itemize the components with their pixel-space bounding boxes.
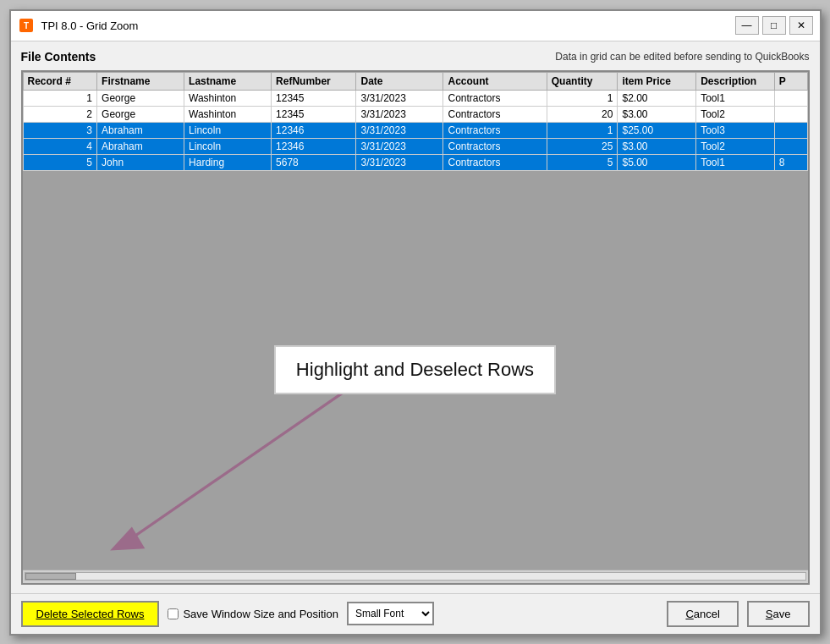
- cell-extra[interactable]: [774, 90, 807, 106]
- delete-selected-rows-button[interactable]: Delete Selected Rows: [21, 601, 160, 627]
- file-contents-label: File Contents: [21, 50, 96, 63]
- cell-refnumber[interactable]: 5678: [272, 154, 356, 170]
- cancel-button[interactable]: Cancel: [667, 601, 738, 627]
- cell-firstname[interactable]: Abraham: [97, 138, 184, 154]
- cell-itemprice[interactable]: $25.00: [618, 122, 696, 138]
- cell-account[interactable]: Contractors: [443, 154, 547, 170]
- cell-record[interactable]: 1: [23, 90, 97, 106]
- main-window: T TPI 8.0 - Grid Zoom — □ ✕ File Content…: [9, 9, 822, 636]
- title-bar: T TPI 8.0 - Grid Zoom — □ ✕: [11, 11, 820, 41]
- app-icon: T: [18, 17, 35, 34]
- table-row[interactable]: 5JohnHarding56783/31/2023Contractors5$5.…: [23, 154, 807, 170]
- cell-date[interactable]: 3/31/2023: [356, 90, 443, 106]
- table-header: Record # Firstname Lastname RefNumber Da…: [23, 72, 807, 90]
- window-body: File Contents Data in grid can be edited…: [11, 41, 820, 593]
- cell-quantity[interactable]: 25: [547, 138, 618, 154]
- cell-description[interactable]: Tool1: [696, 154, 775, 170]
- scrollbar-thumb[interactable]: [25, 573, 76, 580]
- cell-account[interactable]: Contractors: [443, 90, 547, 106]
- col-header-record: Record #: [23, 72, 97, 90]
- header-row: File Contents Data in grid can be edited…: [21, 50, 810, 63]
- cell-description[interactable]: Tool2: [696, 106, 775, 122]
- window-controls: — □ ✕: [735, 16, 813, 35]
- cell-itemprice[interactable]: $3.00: [618, 106, 696, 122]
- cell-account[interactable]: Contractors: [443, 106, 547, 122]
- cell-extra[interactable]: 8: [774, 154, 807, 170]
- cell-record[interactable]: 5: [23, 154, 97, 170]
- cell-description[interactable]: Tool3: [696, 122, 775, 138]
- cell-firstname[interactable]: Abraham: [97, 122, 184, 138]
- cell-account[interactable]: Contractors: [443, 122, 547, 138]
- cell-lastname[interactable]: Lincoln: [184, 122, 272, 138]
- cell-refnumber[interactable]: 12346: [272, 138, 356, 154]
- col-header-itemprice: item Price: [618, 72, 696, 90]
- col-header-description: Description: [696, 72, 775, 90]
- table-row[interactable]: 1GeorgeWashinton123453/31/2023Contractor…: [23, 90, 807, 106]
- save-label: ave: [773, 608, 791, 620]
- cell-itemprice[interactable]: $2.00: [618, 90, 696, 106]
- cancel-label: ancel: [694, 608, 720, 620]
- cell-lastname[interactable]: Harding: [184, 154, 272, 170]
- grid-container: Record # Firstname Lastname RefNumber Da…: [21, 70, 810, 585]
- cell-itemprice[interactable]: $3.00: [618, 138, 696, 154]
- window-title: TPI 8.0 - Grid Zoom: [41, 19, 735, 32]
- annotation-area: Highlight and Deselect Rows: [23, 171, 808, 570]
- cell-record[interactable]: 3: [23, 122, 97, 138]
- col-header-extra: P: [774, 72, 807, 90]
- table-row[interactable]: 2GeorgeWashinton123453/31/2023Contractor…: [23, 106, 807, 122]
- cell-lastname[interactable]: Lincoln: [184, 138, 272, 154]
- annotation-box: Highlight and Deselect Rows: [274, 345, 556, 394]
- scrollbar-track[interactable]: [25, 572, 806, 581]
- cell-firstname[interactable]: George: [97, 90, 184, 106]
- annotation-text: Highlight and Deselect Rows: [296, 359, 534, 380]
- cell-description[interactable]: Tool2: [696, 138, 775, 154]
- cell-record[interactable]: 2: [23, 106, 97, 122]
- header-info: Data in grid can be edited before sendin…: [555, 51, 809, 63]
- cell-itemprice[interactable]: $5.00: [618, 154, 696, 170]
- horizontal-scrollbar[interactable]: [23, 570, 808, 583]
- save-window-checkbox[interactable]: [168, 608, 179, 619]
- cell-firstname[interactable]: John: [97, 154, 184, 170]
- cell-date[interactable]: 3/31/2023: [356, 106, 443, 122]
- cell-description[interactable]: Tool1: [696, 90, 775, 106]
- cell-quantity[interactable]: 20: [547, 106, 618, 122]
- col-header-account: Account: [443, 72, 547, 90]
- cell-extra[interactable]: [774, 138, 807, 154]
- cell-record[interactable]: 4: [23, 138, 97, 154]
- table-row[interactable]: 3AbrahamLincoln123463/31/2023Contractors…: [23, 122, 807, 138]
- svg-marker-3: [110, 526, 145, 550]
- font-select-area: Small Font Medium Font Large Font: [347, 602, 434, 625]
- save-window-label: Save Window Size and Position: [183, 608, 338, 620]
- col-header-firstname: Firstname: [97, 72, 184, 90]
- col-header-date: Date: [356, 72, 443, 90]
- cell-extra[interactable]: [774, 122, 807, 138]
- table-body: 1GeorgeWashinton123453/31/2023Contractor…: [23, 90, 807, 170]
- cell-account[interactable]: Contractors: [443, 138, 547, 154]
- cell-firstname[interactable]: George: [97, 106, 184, 122]
- maximize-button[interactable]: □: [762, 16, 786, 35]
- table-row[interactable]: 4AbrahamLincoln123463/31/2023Contractors…: [23, 138, 807, 154]
- cell-extra[interactable]: [774, 106, 807, 122]
- cell-refnumber[interactable]: 12346: [272, 122, 356, 138]
- cell-date[interactable]: 3/31/2023: [356, 138, 443, 154]
- cell-quantity[interactable]: 1: [547, 90, 618, 106]
- cell-quantity[interactable]: 1: [547, 122, 618, 138]
- cell-date[interactable]: 3/31/2023: [356, 122, 443, 138]
- cell-lastname[interactable]: Washinton: [184, 106, 272, 122]
- cell-date[interactable]: 3/31/2023: [356, 154, 443, 170]
- font-select[interactable]: Small Font Medium Font Large Font: [347, 602, 434, 625]
- cell-quantity[interactable]: 5: [547, 154, 618, 170]
- data-table: Record # Firstname Lastname RefNumber Da…: [23, 72, 808, 171]
- col-header-quantity: Quantity: [547, 72, 618, 90]
- save-button[interactable]: Save: [747, 601, 810, 627]
- save-window-checkbox-area: Save Window Size and Position: [168, 608, 338, 620]
- minimize-button[interactable]: —: [735, 16, 759, 35]
- col-header-refnumber: RefNumber: [272, 72, 356, 90]
- cell-refnumber[interactable]: 12345: [272, 90, 356, 106]
- cell-refnumber[interactable]: 12345: [272, 106, 356, 122]
- svg-text:T: T: [23, 21, 28, 30]
- close-button[interactable]: ✕: [789, 16, 813, 35]
- footer: Delete Selected Rows Save Window Size an…: [11, 593, 820, 634]
- cell-lastname[interactable]: Washinton: [184, 90, 272, 106]
- col-header-lastname: Lastname: [184, 72, 272, 90]
